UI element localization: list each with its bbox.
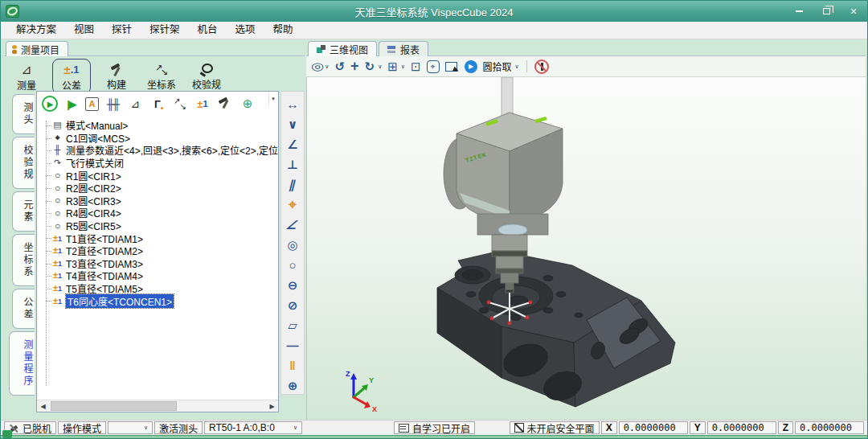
toolbar-overflow-button[interactable]: ▾ — [268, 92, 277, 105]
run-toolbar-button[interactable] — [63, 95, 80, 113]
tree-item[interactable]: T6同心度<TCONCEN1> — [37, 294, 278, 307]
tab-measure-project[interactable]: 测量项目 — [6, 41, 68, 56]
tree-item[interactable]: T1直径<TDIAM1> — [37, 232, 278, 244]
tree-item[interactable]: T5直径<TDIAM5> — [37, 282, 278, 295]
circle-pick-button[interactable]: 圆拾取 — [483, 59, 512, 73]
tolerance-tool-icon[interactable] — [281, 235, 304, 255]
menu-item[interactable]: 选项 — [227, 22, 264, 39]
chevron-down-icon[interactable]: ∨ — [515, 64, 519, 70]
tolerance-tool-icon[interactable] — [281, 114, 304, 134]
tree-item[interactable]: R3圆<CIR3> — [37, 195, 278, 207]
scrollbar-track[interactable] — [49, 400, 266, 412]
run-toolbar-button[interactable] — [216, 95, 234, 113]
tab-report[interactable]: 报表 — [379, 41, 428, 56]
tree-item[interactable]: C1回调<MCS> — [37, 132, 278, 145]
side-tab[interactable]: 元素 — [12, 191, 35, 232]
op-mode-dropdown[interactable]: ∨ — [108, 421, 153, 434]
ribbon-measure-label: 测量 — [17, 78, 36, 92]
run-toolbar-button[interactable] — [239, 95, 256, 113]
tree-item[interactable]: R2圆<CIR2> — [37, 182, 278, 195]
tree-item[interactable]: T2直径<TDIAM2> — [37, 244, 278, 257]
rotate-3d-icon[interactable] — [365, 59, 375, 74]
tree-item[interactable]: R1圆<CIR1> — [37, 169, 278, 182]
tolerance-tool-icon[interactable] — [281, 315, 304, 335]
scroll-left-icon[interactable]: ◀ — [37, 400, 49, 412]
chevron-down-icon[interactable]: ∨ — [401, 64, 405, 70]
tolerance-tool-icon[interactable] — [281, 275, 304, 295]
tolerance-tool-icon[interactable] — [281, 174, 304, 195]
tolerance-tool-icon[interactable] — [281, 94, 304, 114]
ribbon-tolerance-button[interactable]: ± .1 公差 — [52, 59, 91, 94]
tolerance-tool-icon[interactable] — [281, 134, 304, 154]
close-button[interactable]: × — [846, 4, 861, 18]
side-tab[interactable]: 校验规 — [12, 137, 35, 189]
offline-label: 已脱机 — [23, 421, 51, 435]
tolerance-tool-icon[interactable] — [281, 335, 304, 355]
tree-item[interactable]: 飞行模式关闭 — [37, 157, 278, 170]
tree-item-icon — [51, 259, 63, 268]
menu-item[interactable]: 解决方案 — [7, 22, 65, 39]
tree-item-label: R4圆<CIR4> — [66, 206, 121, 220]
ribbon-gauge-button[interactable]: 校验规 — [187, 59, 226, 94]
menu-item[interactable]: 帮助 — [264, 22, 302, 39]
scrollbar-thumb[interactable] — [51, 401, 177, 411]
side-tab[interactable]: 测头 — [12, 94, 35, 134]
ribbon-construct-button[interactable]: 构建 — [97, 59, 136, 94]
run-toolbar-button[interactable] — [194, 95, 211, 113]
view-visibility-icon[interactable] — [313, 60, 321, 72]
tree-item[interactable]: R4圆<CIR4> — [37, 207, 278, 220]
menu-item[interactable]: 探针 — [103, 22, 141, 39]
locate-pin-icon[interactable] — [427, 60, 440, 73]
maximize-button[interactable] — [819, 4, 833, 18]
zoom-fit-icon[interactable] — [411, 59, 421, 74]
tree-item[interactable]: 模式<Manual> — [37, 119, 278, 132]
tolerance-tool-icon[interactable] — [281, 215, 304, 235]
tolerance-tool-icon[interactable] — [281, 255, 304, 275]
rect-select-icon[interactable] — [445, 61, 459, 72]
tree-item-icon — [51, 284, 63, 293]
menu-item[interactable]: 视图 — [65, 22, 103, 39]
active-probe-dropdown[interactable]: RT50-1 A:0,B:0 ∨ — [204, 421, 302, 434]
tolerance-tool-icon[interactable] — [281, 195, 304, 215]
chevron-down-icon[interactable]: ∨ — [325, 64, 329, 70]
tree-item[interactable]: T3直径<TDIAM3> — [37, 257, 278, 270]
run-toolbar-button[interactable] — [42, 96, 58, 112]
view-tabs: 三维视图 报表 — [306, 41, 866, 56]
run-toolbar-button[interactable] — [171, 95, 189, 113]
tree-item-icon — [51, 133, 63, 142]
tree-item[interactable]: 测量参数逼近<4>,回退<3>,搜索<6>,定位<2>,定位加<2>,测 — [37, 144, 278, 157]
menu-item[interactable]: 机台 — [189, 22, 227, 39]
view-cube-icon[interactable] — [387, 59, 398, 74]
tolerance-tool-icon[interactable] — [281, 154, 304, 174]
run-toolbar-button[interactable] — [104, 95, 121, 113]
tolerance-tool-icon[interactable] — [281, 355, 304, 375]
side-tab[interactable]: 测量程序 — [9, 331, 35, 396]
scroll-right-icon[interactable]: ▶ — [266, 400, 278, 412]
run-toolbar-button[interactable] — [149, 95, 166, 113]
run-toolbar-button[interactable] — [126, 95, 144, 113]
chevron-down-icon[interactable]: ∨ — [378, 64, 382, 70]
tolerance-toolbar — [280, 91, 305, 395]
ribbon-measure-button[interactable]: 测量 — [7, 59, 46, 94]
tree-item[interactable]: T4直径<TDIAM4> — [37, 269, 278, 282]
run-toolbar-button[interactable] — [85, 97, 99, 111]
probe-disabled-icon[interactable] — [534, 59, 549, 74]
play-icon[interactable] — [465, 60, 477, 73]
coord-value: 0.0000000 — [707, 421, 776, 434]
menu-item[interactable]: 探针架 — [141, 22, 189, 39]
ribbon-coordsys-button[interactable]: 坐标系 — [142, 59, 181, 94]
orbit-rotate-icon[interactable] — [334, 59, 345, 74]
3d-viewport[interactable]: TZTEK — [306, 77, 866, 420]
tree-item[interactable]: R5圆<CIR5> — [37, 220, 278, 232]
ribbon-gauge-label: 校验规 — [192, 77, 221, 91]
tab-3d-view[interactable]: 三维视图 — [308, 41, 377, 56]
safety-plane-icon — [514, 423, 524, 433]
tree-horizontal-scrollbar[interactable]: ◀ ▶ — [37, 400, 278, 412]
tolerance-tool-icon[interactable] — [281, 295, 304, 315]
side-tab[interactable]: 公差 — [12, 289, 35, 329]
tolerance-tool-icon[interactable] — [281, 375, 304, 396]
safety-plane-label: 未开启安全平面 — [527, 421, 595, 435]
side-tab[interactable]: 坐标系 — [12, 234, 35, 286]
minimize-button[interactable] — [792, 4, 806, 18]
pan-icon[interactable] — [350, 58, 359, 75]
